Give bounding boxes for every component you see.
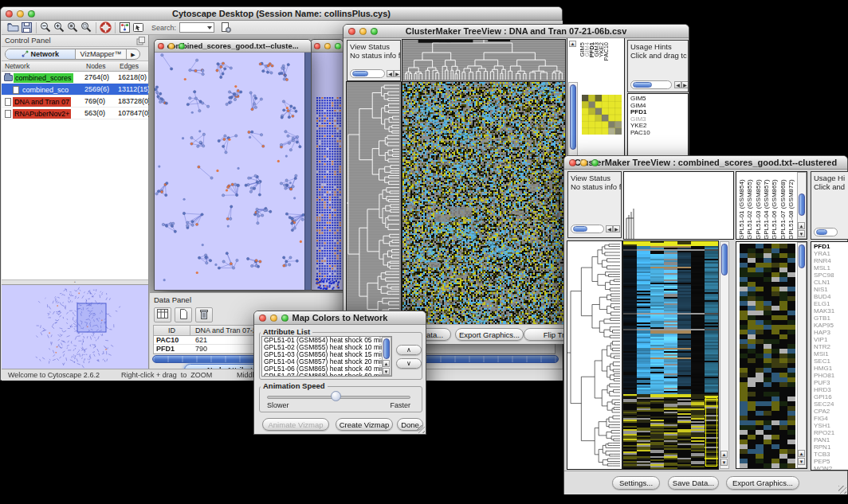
close-button[interactable] [6,10,13,18]
vl-item[interactable]: GPL51-03 (GSM856) [756,174,762,240]
network-overview-panel[interactable] [2,284,148,369]
create-vizmap-button[interactable]: Create Vizmap [336,418,393,431]
hints-scrollbar[interactable] [630,80,672,89]
gl2-item[interactable]: BUD4 [811,293,848,300]
network-row[interactable]: RNAPuberNov2+ 563(0) 107847(0) [2,107,148,119]
gl2-item[interactable]: TCB3 [811,451,848,458]
zoom-in-icon[interactable] [53,21,66,34]
annotation-select-icon[interactable] [132,21,145,34]
gl2-item[interactable]: GTB1 [811,315,848,322]
zoom-matrix[interactable] [582,95,622,135]
grid-network-canvas[interactable] [311,53,343,290]
heatmap-vscrollbar[interactable]: ▲ ▼ [720,241,729,469]
vl-item[interactable]: GPL51-01 (GSM854) [739,174,745,240]
zoom-vscrollbar[interactable]: ▲ ▼ [797,242,807,468]
vizmap-nodes-icon[interactable] [118,21,132,34]
zoom-selected-icon[interactable] [66,21,80,34]
open-file-icon[interactable] [6,21,20,34]
zoom-button[interactable] [281,315,289,322]
scroll-down-icon[interactable]: ▼ [798,458,805,465]
new-attribute-icon[interactable] [175,307,192,322]
scroll-left-icon[interactable]: ◀ [606,225,613,232]
gl2-item[interactable]: CLN1 [811,279,848,286]
row-dendrogram[interactable] [567,241,622,469]
status-scrollbar[interactable] [571,225,604,233]
dialog-titlebar[interactable]: Map Colors to Network [254,311,426,325]
table-mode-icon[interactable] [154,307,171,322]
tab-overflow-arrow[interactable]: ▶ [127,49,139,59]
minimize-button[interactable] [580,159,587,166]
export-graphics-button[interactable]: Export Graphics... [455,328,524,341]
close-button[interactable] [158,43,164,49]
gl2-item[interactable]: NTR2 [811,343,848,350]
minimize-button[interactable] [270,315,277,322]
minimize-button[interactable] [324,43,331,49]
network-table-header[interactable]: Network Nodes Edges [2,61,148,72]
save-session-icon[interactable] [20,21,33,34]
close-button[interactable] [259,315,266,322]
vl-item[interactable]: GPL51-02 (GSM855) [747,174,753,240]
array-scrollbar[interactable]: ▲ ▼ [797,172,807,239]
settings-button[interactable]: Settings... [612,476,660,490]
speed-slider-thumb[interactable] [331,391,341,401]
network-row[interactable]: DNA and Tran 07 769(0) 183728(0) [2,96,148,107]
tab-vizmapper[interactable]: VizMapper™ [76,49,127,59]
gl2-item[interactable]: MAK31 [811,307,848,315]
window-controls[interactable] [6,10,35,18]
vl-item[interactable]: PAC10 [603,42,610,61]
vl-item[interactable]: GPL51-07 (GSM868) [780,174,787,240]
network-view-window[interactable]: combined_scores_good.txt--cluste... [154,39,312,291]
gl2-item[interactable]: MSI1 [811,350,848,357]
gl2-item[interactable]: YRA1 [811,250,848,257]
gl2-item[interactable]: FIG4 [811,415,848,422]
resize-grip[interactable] [838,486,846,494]
global-heatmap[interactable] [402,82,565,324]
gl1-item[interactable]: PAC10 [628,130,688,137]
tab-network[interactable]: Network [6,49,76,59]
move-down-button[interactable]: ∨ [396,358,422,369]
vl-item[interactable]: GPL51-04 (GSM857) [764,174,770,240]
network-canvas[interactable] [155,53,304,290]
vl-item[interactable]: GPL51-08 (GSM872) [788,174,795,240]
minimize-button[interactable] [359,28,367,35]
gl2-item[interactable]: SEC1 [811,357,848,365]
scroll-down-icon[interactable]: ▼ [798,230,805,237]
gl2-item[interactable]: RPO21 [811,429,848,436]
gl2-item[interactable]: MSL1 [811,264,848,272]
scroll-up-icon[interactable]: ▲ [798,450,805,457]
scroll-up-icon[interactable]: ▲ [383,360,390,367]
scroll-up-icon[interactable]: ▲ [798,222,805,229]
move-up-button[interactable]: ∧ [396,345,422,355]
zoom-out-icon[interactable] [39,21,53,34]
network-scrollbar[interactable] [304,53,311,290]
attribute-list[interactable]: GPL51-01 (GSM854) heat shock 05 minGPL51… [261,336,392,377]
gl2-item[interactable]: PFD1 [811,243,848,250]
zoom-button[interactable] [371,28,378,35]
zoom-fit-icon[interactable] [80,21,93,34]
attribute-item[interactable]: GPL51-07 (GSM868) heat shock 60 min [262,373,391,377]
close-button[interactable] [348,28,355,35]
main-titlebar[interactable]: Cytoscape Desktop (Session Name: collins… [1,7,562,21]
gl2-item[interactable]: GPI16 [811,393,848,400]
minimize-button[interactable] [17,10,24,18]
gl2-item[interactable]: PEP5 [811,458,848,465]
vl-item[interactable]: GPL51-06 (GSM865) [771,174,778,240]
delete-attribute-icon[interactable] [195,307,213,322]
hints-scrollbar[interactable] [814,228,838,236]
close-button[interactable] [314,43,320,49]
gl2-item[interactable]: HRD3 [811,386,848,393]
gl2-item[interactable]: RNR4 [811,257,848,264]
gl2-item[interactable]: RPN1 [811,443,848,451]
row-dendrogram[interactable] [347,82,401,324]
zoom-button[interactable] [28,10,35,18]
gl2-item[interactable]: PHO81 [811,372,848,379]
float-panel-icon[interactable] [136,37,145,47]
save-data-button[interactable]: Save Data... [668,476,719,490]
gl2-item[interactable]: NIS1 [811,286,848,293]
overview-thumbnail[interactable] [2,286,147,369]
gl2-item[interactable]: ELG1 [811,300,848,307]
column-dendrogram[interactable] [402,40,565,81]
scroll-down-icon[interactable]: ▼ [720,459,728,466]
column-tree-panel[interactable] [623,171,734,240]
scroll-up-icon[interactable]: ▲ [720,451,728,458]
